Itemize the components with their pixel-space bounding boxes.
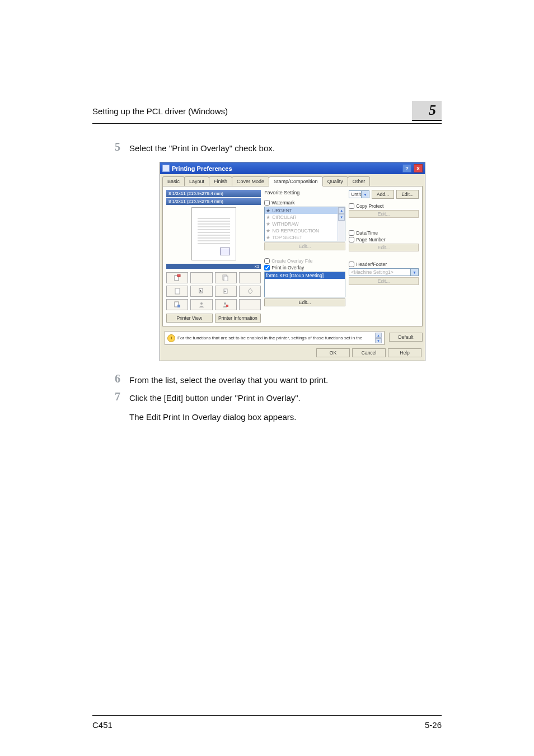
tab-quality[interactable]: Quality xyxy=(322,176,348,186)
watermark-item-noreproduction[interactable]: NO REPRODUCTION xyxy=(272,228,319,234)
page-footer: C451 5-26 xyxy=(92,715,442,730)
chapter-number: 5 xyxy=(429,102,436,118)
favorite-setting-label: Favorite Setting xyxy=(264,190,299,195)
grid-icon-stamp[interactable] xyxy=(166,299,188,310)
svg-point-13 xyxy=(224,302,226,305)
printing-preferences-dialog: Printing Preferences ? X Basic Layout Fi… xyxy=(160,162,425,361)
tab-panel: 8 1/2x11 (215.9x279.4 mm) 8 1/2x11 (215.… xyxy=(162,186,423,326)
grid-icon-7[interactable]: F xyxy=(215,286,237,297)
footer-model: C451 xyxy=(92,720,113,730)
printer-icon xyxy=(162,165,170,172)
footer-page: 5-26 xyxy=(425,720,442,730)
svg-rect-11 xyxy=(177,305,180,307)
copy-protect-edit-button[interactable]: Edit... xyxy=(349,210,419,218)
dialog-title: Printing Preferences xyxy=(172,165,232,172)
step-7: 7 Click the [Edit] button under "Print i… xyxy=(92,390,442,424)
step-text: From the list, select the overlay that y… xyxy=(129,372,328,387)
default-button[interactable]: Default xyxy=(389,333,423,342)
svg-marker-9 xyxy=(248,288,252,294)
grid-icon-orientation[interactable] xyxy=(166,272,188,283)
tab-layout[interactable]: Layout xyxy=(184,176,209,186)
datetime-label: Date/Time xyxy=(356,230,378,236)
watermark-scrollbar[interactable]: ▲▼ xyxy=(338,207,345,241)
printer-information-button[interactable]: Printer Information xyxy=(215,314,261,323)
zoom-indicator: x1 xyxy=(166,264,261,269)
grid-icon-6[interactable]: A xyxy=(190,286,212,297)
hint-scrollbar[interactable]: ▲▼ xyxy=(375,333,382,343)
paper-size-top: 8 1/2x11 (215.9x279.4 mm) xyxy=(166,190,261,197)
step-number: 7 xyxy=(92,390,120,424)
watermark-item-circular[interactable]: CIRCULAR xyxy=(272,214,296,220)
feature-icon-grid: A F xyxy=(166,272,261,310)
dialog-titlebar: Printing Preferences ? X xyxy=(160,162,425,174)
tab-basic[interactable]: Basic xyxy=(162,176,185,186)
ok-button[interactable]: OK xyxy=(316,348,350,357)
page-preview xyxy=(191,207,236,260)
header-footer-checkbox[interactable] xyxy=(349,262,354,267)
favorite-edit-button[interactable]: Edit... xyxy=(396,190,419,199)
hint-box: i For the functions that are set to be e… xyxy=(165,331,385,345)
chevron-down-icon[interactable]: ▼ xyxy=(410,269,418,276)
grid-icon-pages[interactable] xyxy=(215,272,237,283)
hint-text: For the functions that are set to be ena… xyxy=(177,335,373,340)
step-5: 5 Select the "Print in Overlay" check bo… xyxy=(92,141,442,155)
print-in-overlay-checkbox[interactable] xyxy=(264,265,270,270)
step-number: 6 xyxy=(92,372,120,387)
paper-size-bottom: 8 1/2x11 (215.9x279.4 mm) xyxy=(166,198,261,205)
overlay-list[interactable]: form1.KF0 [Group Meeting] xyxy=(264,272,345,297)
section-title: Setting up the PCL driver (Windows) xyxy=(92,106,228,116)
header-footer-edit-button[interactable]: Edit... xyxy=(349,277,419,285)
watermark-checkbox[interactable] xyxy=(264,200,270,206)
favorite-combo[interactable]: Untitled▼ xyxy=(349,190,369,198)
step-6: 6 From the list, select the overlay that… xyxy=(92,372,442,387)
favorite-add-button[interactable]: Add... xyxy=(372,190,394,199)
datetime-edit-button[interactable]: Edit... xyxy=(349,244,419,251)
page-header: Setting up the PCL driver (Windows) 5 xyxy=(92,101,442,124)
step-number: 5 xyxy=(92,141,120,155)
tab-finish[interactable]: Finish xyxy=(209,176,232,186)
watermark-edit-button[interactable]: Edit... xyxy=(264,242,345,250)
help-icon[interactable]: ? xyxy=(402,164,411,172)
cancel-button[interactable]: Cancel xyxy=(352,348,386,357)
header-footer-label: Header/Footer xyxy=(356,262,387,267)
datetime-checkbox[interactable] xyxy=(349,230,354,236)
overlay-edit-button[interactable]: Edit... xyxy=(264,298,345,306)
watermark-item-withdraw[interactable]: WITHDRAW xyxy=(272,221,298,227)
tab-stamp-composition[interactable]: Stamp/Composition xyxy=(269,176,323,186)
svg-rect-14 xyxy=(226,305,228,307)
print-in-overlay-label: Print in Overlay xyxy=(271,265,304,270)
grid-icon-lock[interactable] xyxy=(215,299,237,310)
overlay-item-selected[interactable]: form1.KF0 [Group Meeting] xyxy=(265,272,345,279)
grid-icon-4[interactable] xyxy=(239,272,261,283)
grid-icon-8[interactable] xyxy=(239,286,261,297)
copy-protect-checkbox[interactable] xyxy=(349,203,354,209)
printer-view-button[interactable]: Printer View xyxy=(166,314,213,323)
pagenumber-checkbox[interactable] xyxy=(349,237,354,242)
svg-point-12 xyxy=(200,302,203,305)
step-text-line1: Click the [Edit] button under "Print in … xyxy=(129,391,301,405)
watermark-label: Watermark xyxy=(271,200,294,206)
create-overlay-checkbox[interactable] xyxy=(264,258,270,264)
watermark-item-topsecret[interactable]: TOP SECRET xyxy=(272,235,302,240)
tab-cover-mode[interactable]: Cover Mode xyxy=(232,176,269,186)
grid-icon-12[interactable] xyxy=(239,299,261,310)
close-icon[interactable]: X xyxy=(414,164,423,172)
svg-text:A: A xyxy=(200,290,202,292)
grid-icon-user[interactable] xyxy=(190,299,212,310)
step-text: Select the "Print in Overlay" check box. xyxy=(129,141,275,155)
tabs-row: Basic Layout Finish Cover Mode Stamp/Com… xyxy=(160,174,425,186)
pagenumber-label: Page Number xyxy=(356,237,385,242)
header-footer-combo[interactable]: <Machine Setting1>▼ xyxy=(349,268,419,276)
svg-rect-3 xyxy=(224,276,228,281)
chevron-down-icon[interactable]: ▼ xyxy=(361,191,369,198)
step-text-line2: The Edit Print In Overlay dialog box app… xyxy=(129,410,301,424)
tab-other[interactable]: Other xyxy=(348,176,371,186)
svg-rect-1 xyxy=(177,274,180,277)
svg-rect-4 xyxy=(175,288,180,294)
grid-icon-5[interactable] xyxy=(166,286,188,297)
dialog-help-button[interactable]: Help xyxy=(388,348,421,357)
copy-protect-label: Copy Protect xyxy=(356,203,383,209)
watermark-item-urgent[interactable]: URGENT xyxy=(272,208,292,213)
watermark-list[interactable]: ★URGENT ★CIRCULAR ★WITHDRAW ★NO REPRODUC… xyxy=(264,207,345,241)
grid-icon-2[interactable] xyxy=(190,272,212,283)
